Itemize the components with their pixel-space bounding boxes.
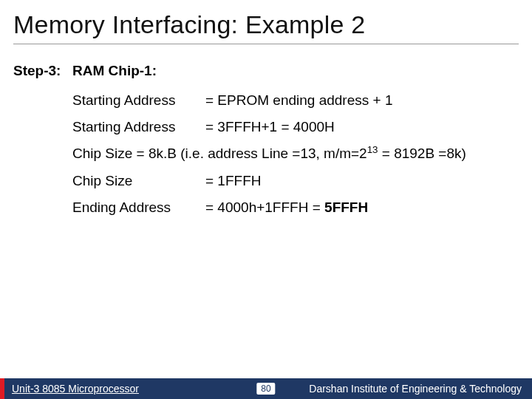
superscript: 13 [367, 144, 378, 155]
step-label: Step-3: [13, 58, 64, 84]
value-part-a: = 4000h+1FFFH = [205, 200, 324, 215]
content-block: Starting Address = EPROM ending address … [72, 87, 519, 221]
label: Chip Size [72, 168, 205, 194]
value: = 4000h+1FFFH = 5FFFH [205, 194, 519, 221]
text-part-b: = 8192B =8k) [378, 146, 466, 162]
label: Ending Address [72, 194, 205, 221]
label: Starting Address [72, 87, 205, 114]
slide-body: Step-3: RAM Chip-1: Starting Address = E… [13, 58, 519, 221]
footer: Unit-3 8085 Microprocessor 80 Darshan In… [0, 378, 532, 399]
slide-title: Memory Interfacing: Example 2 [13, 9, 519, 44]
footer-page-number: 80 [256, 383, 275, 395]
footer-unit: Unit-3 8085 Microprocessor [4, 383, 139, 395]
slide: Memory Interfacing: Example 2 Step-3: RA… [0, 0, 532, 399]
row-starting-address-2: Starting Address = 3FFFH+1 = 4000H [72, 114, 519, 140]
row-ending-address: Ending Address = 4000h+1FFFH = 5FFFH [72, 194, 519, 221]
row-chip-size-calc: Chip Size = 8k.B (i.e. address Line =13,… [72, 140, 519, 167]
row-starting-address-1: Starting Address = EPROM ending address … [72, 87, 519, 114]
step-heading: RAM Chip-1: [72, 58, 157, 84]
value: = 3FFFH+1 = 4000H [205, 114, 519, 140]
value-part-b: 5FFFH [324, 200, 368, 215]
value: = 1FFFH [205, 168, 519, 194]
row-chip-size: Chip Size = 1FFFH [72, 168, 519, 194]
label: Starting Address [72, 114, 205, 140]
step-row: Step-3: RAM Chip-1: [13, 58, 519, 84]
value: = EPROM ending address + 1 [205, 87, 519, 114]
footer-institute: Darshan Institute of Engineering & Techn… [309, 383, 532, 395]
text-part-a: Chip Size = 8k.B (i.e. address Line =13,… [72, 146, 367, 162]
